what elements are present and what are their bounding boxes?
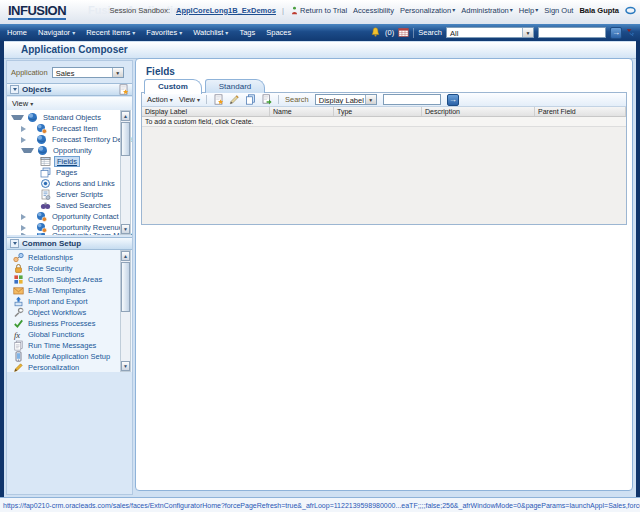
top-link-accessibility[interactable]: Accessibility (353, 6, 394, 15)
nav-item-tags[interactable]: Tags (239, 28, 255, 37)
common-setup-item-custom-subject-areas[interactable]: Custom Subject Areas (7, 274, 132, 285)
tab-standard[interactable]: Standard (205, 79, 265, 93)
scroll-thumb[interactable] (121, 262, 130, 312)
common-setup-label: Run Time Messages (28, 341, 96, 350)
tree-item-opportunity[interactable]: Opportunity (7, 145, 132, 156)
common-setup-item-business-processes[interactable]: Business Processes (7, 318, 132, 329)
common-setup-item-e-mail-templates[interactable]: E-Mail Templates (7, 285, 132, 296)
common-setup-item-personalization[interactable]: Personalization (7, 362, 132, 372)
scroll-up-button[interactable]: ▲ (121, 251, 130, 261)
application-select[interactable]: Sales ▼ (52, 67, 124, 78)
tree-expand-icon[interactable] (21, 225, 33, 231)
divider (413, 28, 414, 38)
common-setup-item-global-functions[interactable]: fxGlobal Functions (7, 329, 132, 340)
tree-expand-icon[interactable] (21, 137, 33, 143)
user-name: Bala Gupta (579, 6, 619, 15)
top-link-sign-out[interactable]: Sign Out (544, 6, 573, 15)
common-setup-item-object-workflows[interactable]: Object Workflows (7, 307, 132, 318)
chevron-down-icon: ▾ (535, 7, 538, 13)
top-link-help[interactable]: Help▾ (519, 6, 538, 15)
tree-collapse-icon[interactable] (21, 148, 34, 153)
common-setup-item-role-security[interactable]: Role Security (7, 263, 132, 274)
session-sandbox-link[interactable]: ApplCoreLong1B_ExDemos (176, 6, 276, 15)
infusion-logo: INFUSION (8, 4, 66, 20)
top-link-personalization[interactable]: Personalization▾ (400, 6, 455, 15)
column-header-display-label[interactable]: Display Label (142, 107, 270, 116)
column-header-description[interactable]: Description (422, 107, 535, 116)
tree-item-saved-searches[interactable]: Saved Searches (7, 200, 132, 211)
top-link-label: Return to Trial (300, 6, 347, 15)
tree-item-server-scripts[interactable]: Server Scripts (7, 189, 132, 200)
top-link-return-to-trial[interactable]: Return to Trial (290, 6, 347, 15)
tree-item-forecast-item[interactable]: Forecast Item (7, 123, 132, 134)
tree-item-label: Opportunity Revenue (50, 223, 125, 232)
export-button[interactable] (261, 94, 272, 105)
common-setup-accordion-header[interactable]: Common Setup (7, 237, 132, 250)
edit-button[interactable] (229, 94, 240, 105)
chevron-down-icon: ▾ (510, 7, 513, 13)
page-star-icon[interactable] (118, 84, 129, 95)
table-search-label: Search (285, 95, 309, 104)
tree-item-opportunity-revenue[interactable]: Opportunity Revenue (7, 222, 132, 233)
tree-item-forecast-territory-details[interactable]: Forecast Territory Details (7, 134, 132, 145)
common-setup-label: Object Workflows (28, 308, 86, 317)
nav-item-home[interactable]: Home (7, 28, 27, 37)
scroll-down-button[interactable]: ▼ (121, 361, 130, 371)
tree-item-opportunity-team-member[interactable]: Opportunity Team Member (7, 233, 132, 235)
tab-bar: CustomStandard (144, 79, 265, 93)
column-header-type[interactable]: Type (334, 107, 422, 116)
top-link-label: Help (519, 6, 534, 15)
table-search-go-button[interactable]: → (447, 94, 459, 106)
common-setup-scrollbar[interactable]: ▲ ▼ (120, 250, 131, 372)
nav-utilities: (0) Search All ▼ → (370, 27, 640, 39)
scroll-down-button[interactable]: ▼ (121, 224, 130, 234)
nav-item-label: Spaces (266, 28, 291, 37)
global-search-input[interactable] (538, 27, 606, 38)
column-header-parent-field[interactable]: Parent Field (535, 107, 626, 116)
tree-item-actions-and-links[interactable]: Actions and Links (7, 178, 132, 189)
action-menu-button[interactable]: Action▾ (147, 95, 173, 104)
tree-expand-icon[interactable] (21, 126, 33, 132)
tree-item-standard-objects[interactable]: Standard Objects (7, 112, 132, 123)
objects-accordion-header[interactable]: Objects (7, 83, 132, 96)
view-menu-button[interactable]: View▾ (12, 99, 33, 108)
scroll-up-button[interactable]: ▲ (121, 111, 130, 121)
view-menu-button[interactable]: View▾ (179, 95, 200, 104)
global-search-label: Search (418, 28, 442, 37)
create-button[interactable] (213, 94, 224, 105)
table-search-input[interactable] (383, 94, 441, 105)
nav-item-recent-items[interactable]: Recent Items▾ (86, 28, 135, 37)
tab-custom[interactable]: Custom (144, 79, 202, 94)
nav-item-watchlist[interactable]: Watchlist▾ (193, 28, 228, 37)
nav-item-navigator[interactable]: Navigator▾ (38, 28, 75, 37)
nav-item-spaces[interactable]: Spaces (266, 28, 291, 37)
nav-item-favorites[interactable]: Favorites▾ (146, 28, 182, 37)
collapse-icon[interactable] (10, 239, 19, 248)
common-setup-item-run-time-messages[interactable]: Run Time Messages (7, 340, 132, 351)
collapse-icon[interactable] (10, 85, 19, 94)
notification-count[interactable]: (0) (385, 28, 394, 37)
main-nav-bar: HomeNavigator▾Recent Items▾Favorites▾Wat… (0, 24, 640, 41)
common-setup-item-relationships[interactable]: Relationships (7, 252, 132, 263)
tree-item-opportunity-contact[interactable]: Opportunity Contact (7, 211, 132, 222)
page-title: Application Composer (4, 42, 636, 59)
tree-item-fields[interactable]: Fields (7, 156, 132, 167)
tree-scrollbar[interactable]: ▲ ▼ (120, 110, 131, 235)
common-setup-item-mobile-application-setup[interactable]: Mobile Application Setup (7, 351, 132, 362)
tree-collapse-icon[interactable] (11, 115, 24, 120)
top-link-administration[interactable]: Administration▾ (461, 6, 513, 15)
nav-item-label: Tags (239, 28, 255, 37)
duplicate-button[interactable] (245, 94, 256, 105)
search-column-select[interactable]: Display Label ▼ (315, 94, 377, 105)
scroll-thumb[interactable] (121, 122, 130, 156)
tree-expand-icon[interactable] (21, 233, 33, 235)
common-setup-item-import-and-export[interactable]: Import and Export (7, 296, 132, 307)
pages-icon (40, 167, 51, 178)
tree-item-pages[interactable]: Pages (7, 167, 132, 178)
tree-expand-icon[interactable] (21, 214, 33, 220)
search-scope-select[interactable]: All ▼ (446, 27, 534, 38)
column-header-name[interactable]: Name (270, 107, 334, 116)
search-go-button[interactable]: → (610, 27, 622, 39)
actions-icon (40, 178, 51, 189)
application-window: INFUSION Fusion Applications Session San… (0, 0, 640, 512)
